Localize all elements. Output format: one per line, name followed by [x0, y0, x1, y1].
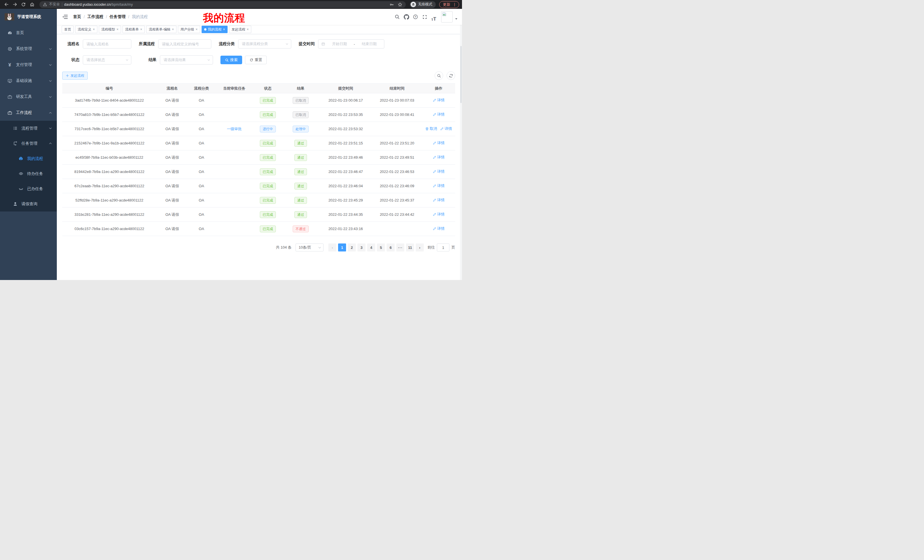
sidebar-item-process-management[interactable]: 流程管理 [0, 121, 57, 136]
sidebar-item-my-process[interactable]: 我的流程 [0, 151, 57, 166]
detail-action-link[interactable]: 详情 [433, 97, 445, 103]
sidebar-item-leave-query[interactable]: 请假查询 [0, 196, 57, 211]
category-select[interactable]: 请选择流程分类 [238, 39, 291, 48]
tab-process-model[interactable]: 流程模型× [99, 26, 121, 33]
current-task-link[interactable]: 一级审批 [227, 127, 242, 131]
close-icon[interactable]: × [247, 28, 249, 31]
cell-id: 819442e8-7b9a-11ec-a290-acde48001122 [62, 165, 156, 179]
scrollbar-thumb[interactable] [460, 46, 462, 103]
tab-process-form[interactable]: 流程表单× [123, 26, 145, 33]
browser-back-icon[interactable] [3, 1, 10, 8]
sidebar-item-infrastructure[interactable]: 基础设施 [0, 73, 57, 89]
page-button-2[interactable]: 2 [348, 244, 356, 252]
sidebar-item-workflow[interactable]: 工作流程 [0, 105, 57, 121]
gear-icon [7, 46, 12, 51]
status-select[interactable]: 请选择状态 [83, 55, 131, 64]
page-button-11[interactable]: 11 [406, 244, 414, 252]
help-icon[interactable]: ? [411, 12, 420, 21]
tab-home[interactable]: 首页 [62, 26, 74, 33]
tab-process-form-edit[interactable]: 流程表单-编辑× [146, 26, 177, 33]
cell-result: 通过 [282, 208, 319, 222]
prev-page-button[interactable]: ‹ [328, 244, 336, 252]
browser-update-button[interactable]: 更新 [439, 1, 459, 8]
cell-id: 3ad174fb-7b9d-11ec-8404-acde48001122 [62, 93, 156, 108]
page-button-4[interactable]: 4 [367, 244, 375, 252]
detail-action-link[interactable]: 详情 [433, 141, 445, 145]
page-button-5[interactable]: 5 [377, 244, 385, 252]
avatar[interactable] [441, 11, 453, 22]
result-label: 结果 [139, 57, 156, 63]
chevron-up-icon [48, 142, 52, 145]
tab-start-process[interactable]: 发起流程× [229, 26, 251, 33]
sidebar-item-dev-tools[interactable]: 研发工具 [0, 89, 57, 105]
close-icon[interactable]: × [223, 28, 225, 31]
result-badge: 通过 [294, 197, 307, 204]
name-input[interactable] [83, 39, 131, 48]
page-ellipsis[interactable]: ··· [396, 244, 404, 252]
browser-forward-icon[interactable] [11, 1, 18, 8]
reset-button[interactable]: 重置 [245, 55, 267, 64]
browser-home-icon[interactable] [28, 1, 35, 8]
fullscreen-icon[interactable] [420, 12, 429, 21]
table-row: 7470a810-7b9b-11ec-b5b7-acde48001122OA 请… [62, 108, 455, 122]
sidebar-item-todo-tasks[interactable]: 待办任务 [0, 166, 57, 181]
tab-user-group[interactable]: 用户分组× [178, 26, 200, 33]
detail-action-link[interactable]: 详情 [433, 226, 445, 231]
github-icon[interactable] [402, 12, 411, 21]
date-range-picker[interactable]: 开始日期 - 结束日期 [318, 39, 384, 48]
detail-action-link[interactable]: 详情 [440, 126, 452, 131]
avatar-caret-icon[interactable] [454, 17, 458, 21]
breadcrumb-separator: / [106, 15, 107, 19]
result-select[interactable]: 请选择流结果 [160, 55, 213, 64]
page-button-1[interactable]: 1 [338, 244, 346, 252]
breadcrumb-item[interactable]: 首页 [73, 14, 81, 19]
sidebar-item-system[interactable]: 系统管理 [0, 41, 57, 57]
refresh-table-button[interactable] [447, 71, 455, 80]
sidebar-collapse-icon[interactable] [61, 13, 69, 21]
result-badge: 通过 [294, 211, 307, 218]
scrollbar-track[interactable] [460, 9, 462, 280]
browser-reload-icon[interactable] [20, 1, 27, 8]
next-page-button[interactable]: › [416, 244, 424, 252]
cancel-action-link[interactable]: 取消 [425, 126, 437, 131]
breadcrumb-item[interactable]: 工作流程 [87, 14, 104, 19]
owner-process-input[interactable] [158, 39, 211, 48]
key-icon[interactable] [390, 2, 394, 7]
cell-category: OA [188, 150, 215, 165]
filter-submit-time: 提交时间 开始日期 - 结束日期 [298, 39, 384, 48]
page-size-select[interactable]: 10条/页 [296, 244, 324, 252]
sidebar-item-done-tasks[interactable]: 已办任务 [0, 181, 57, 196]
tab-process-definition[interactable]: 流程定义× [75, 26, 98, 33]
detail-action-link[interactable]: 详情 [433, 198, 445, 203]
page-button-6[interactable]: 6 [387, 244, 394, 252]
create-process-button[interactable]: 发起流程 [62, 72, 88, 79]
close-icon[interactable]: × [140, 28, 142, 31]
sidebar-item-payment[interactable]: ¥支付管理 [0, 57, 57, 73]
browser-address-bar[interactable]: 不安全 dashboard.yudao.iocoder.cn/bpm/task/… [39, 1, 406, 8]
detail-action-link[interactable]: 详情 [433, 183, 445, 189]
close-icon[interactable]: × [196, 28, 198, 31]
bookmark-star-icon[interactable] [398, 2, 402, 7]
page-button-3[interactable]: 3 [357, 244, 366, 252]
cell-status: 已完成 [254, 93, 282, 108]
status-badge: 进行中 [260, 126, 276, 132]
sidebar-item-task-management[interactable]: 任务管理 [0, 136, 57, 151]
sidebar-item-home[interactable]: 首页 [0, 25, 57, 41]
goto-page-input[interactable] [437, 244, 449, 252]
detail-action-link[interactable]: 详情 [433, 112, 445, 117]
tab-my-process[interactable]: 我的流程× [202, 26, 228, 33]
cell-submit-time: 2022-01-22 23:53:35 [319, 108, 372, 122]
detail-action-link[interactable]: 详情 [433, 169, 445, 174]
update-label: 更新 [443, 2, 450, 7]
search-button[interactable]: 搜索 [220, 55, 242, 64]
browser-menu-icon[interactable] [453, 3, 457, 7]
close-icon[interactable]: × [93, 28, 95, 31]
breadcrumb-item[interactable]: 任务管理 [110, 14, 126, 19]
detail-action-link[interactable]: 详情 [433, 155, 445, 160]
close-icon[interactable]: × [172, 28, 174, 31]
detail-action-link[interactable]: 详情 [433, 212, 445, 217]
search-icon[interactable] [393, 12, 402, 21]
show-search-button[interactable] [435, 71, 443, 80]
close-icon[interactable]: × [117, 28, 118, 31]
font-size-icon[interactable]: TT [429, 12, 438, 21]
